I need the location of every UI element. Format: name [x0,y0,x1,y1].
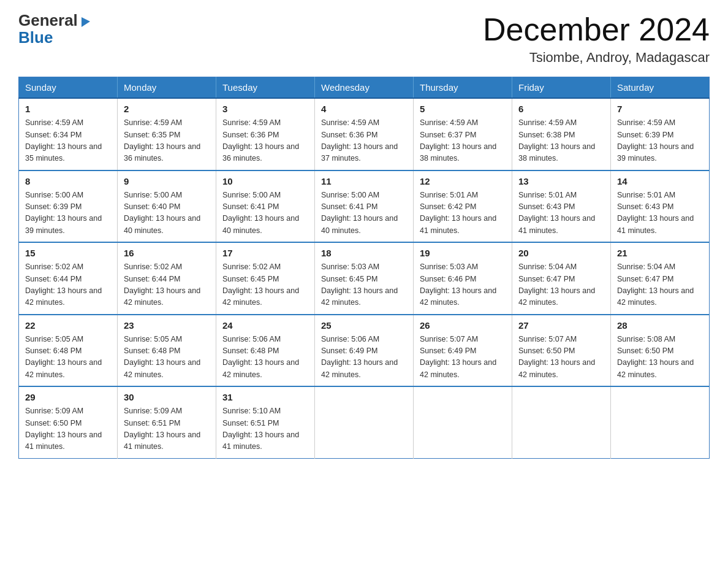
week-row-3: 15Sunrise: 5:02 AMSunset: 6:44 PMDayligh… [19,242,710,315]
header-sunday: Sunday [19,77,118,99]
location-title: Tsiombe, Androy, Madagascar [483,50,710,66]
header: General Blue December 2024 Tsiombe, Andr… [18,12,710,66]
day-number-11: 11 [321,176,407,186]
day-info-3: Sunrise: 4:59 AMSunset: 6:36 PMDaylight:… [222,117,308,165]
header-saturday: Saturday [611,77,710,99]
day-cell-8: 8Sunrise: 5:00 AMSunset: 6:39 PMDaylight… [19,170,118,243]
day-cell-28: 28Sunrise: 5:08 AMSunset: 6:50 PMDayligh… [611,315,710,387]
day-info-12: Sunrise: 5:01 AMSunset: 6:42 PMDaylight:… [420,190,506,237]
logo: General Blue [18,12,93,47]
day-info-26: Sunrise: 5:07 AMSunset: 6:49 PMDaylight:… [420,334,506,381]
day-cell-2: 2Sunrise: 4:59 AMSunset: 6:35 PMDaylight… [118,98,216,170]
day-cell-21: 21Sunrise: 5:04 AMSunset: 6:47 PMDayligh… [611,242,710,315]
day-cell-25: 25Sunrise: 5:06 AMSunset: 6:49 PMDayligh… [315,315,414,387]
logo-blue-text: Blue [18,28,53,47]
day-cell-17: 17Sunrise: 5:02 AMSunset: 6:45 PMDayligh… [216,242,315,315]
day-cell-11: 11Sunrise: 5:00 AMSunset: 6:41 PMDayligh… [315,170,414,243]
day-cell-30: 30Sunrise: 5:09 AMSunset: 6:51 PMDayligh… [118,386,216,458]
day-number-25: 25 [321,320,407,331]
day-cell-13: 13Sunrise: 5:01 AMSunset: 6:43 PMDayligh… [512,170,611,243]
day-cell-6: 6Sunrise: 4:59 AMSunset: 6:38 PMDaylight… [512,98,611,170]
day-number-13: 13 [518,176,604,186]
day-cell-26: 26Sunrise: 5:07 AMSunset: 6:49 PMDayligh… [414,315,512,387]
empty-cell [611,386,710,458]
day-cell-20: 20Sunrise: 5:04 AMSunset: 6:47 PMDayligh… [512,242,611,315]
empty-cell [512,386,611,458]
title-area: December 2024 Tsiombe, Androy, Madagasca… [483,12,710,66]
day-cell-9: 9Sunrise: 5:00 AMSunset: 6:40 PMDaylight… [118,170,216,243]
day-info-13: Sunrise: 5:01 AMSunset: 6:43 PMDaylight:… [518,190,604,237]
day-cell-23: 23Sunrise: 5:05 AMSunset: 6:48 PMDayligh… [118,315,216,387]
day-number-10: 10 [222,176,308,186]
weekday-header-row: Sunday Monday Tuesday Wednesday Thursday… [19,77,710,99]
day-cell-7: 7Sunrise: 4:59 AMSunset: 6:39 PMDaylight… [611,98,710,170]
day-number-18: 18 [321,248,407,258]
day-cell-5: 5Sunrise: 4:59 AMSunset: 6:37 PMDaylight… [414,98,512,170]
day-info-16: Sunrise: 5:02 AMSunset: 6:44 PMDaylight:… [124,261,210,309]
day-number-3: 3 [222,104,308,114]
empty-cell [414,386,512,458]
day-info-24: Sunrise: 5:06 AMSunset: 6:48 PMDaylight:… [222,334,308,381]
day-info-20: Sunrise: 5:04 AMSunset: 6:47 PMDaylight:… [518,261,604,309]
day-cell-10: 10Sunrise: 5:00 AMSunset: 6:41 PMDayligh… [216,170,315,243]
header-tuesday: Tuesday [216,77,315,99]
day-number-8: 8 [25,176,111,186]
day-number-19: 19 [420,248,506,258]
day-number-23: 23 [124,320,210,331]
day-info-18: Sunrise: 5:03 AMSunset: 6:45 PMDaylight:… [321,261,407,309]
day-cell-29: 29Sunrise: 5:09 AMSunset: 6:50 PMDayligh… [19,386,118,458]
day-cell-24: 24Sunrise: 5:06 AMSunset: 6:48 PMDayligh… [216,315,315,387]
day-info-7: Sunrise: 4:59 AMSunset: 6:39 PMDaylight:… [617,117,703,165]
day-number-2: 2 [124,104,210,114]
day-info-10: Sunrise: 5:00 AMSunset: 6:41 PMDaylight:… [222,190,308,237]
day-number-7: 7 [617,104,703,114]
day-number-12: 12 [420,176,506,186]
day-info-9: Sunrise: 5:00 AMSunset: 6:40 PMDaylight:… [124,190,210,237]
day-number-30: 30 [124,392,210,402]
day-number-14: 14 [617,176,703,186]
day-info-15: Sunrise: 5:02 AMSunset: 6:44 PMDaylight:… [25,261,111,309]
day-number-21: 21 [617,248,703,258]
day-info-21: Sunrise: 5:04 AMSunset: 6:47 PMDaylight:… [617,261,703,309]
day-number-28: 28 [617,320,703,331]
day-info-27: Sunrise: 5:07 AMSunset: 6:50 PMDaylight:… [518,334,604,381]
day-number-16: 16 [124,248,210,258]
day-info-29: Sunrise: 5:09 AMSunset: 6:50 PMDaylight:… [25,405,111,453]
day-cell-27: 27Sunrise: 5:07 AMSunset: 6:50 PMDayligh… [512,315,611,387]
month-title: December 2024 [483,12,710,47]
day-info-11: Sunrise: 5:00 AMSunset: 6:41 PMDaylight:… [321,190,407,237]
header-friday: Friday [512,77,611,99]
day-number-22: 22 [25,320,111,331]
day-cell-22: 22Sunrise: 5:05 AMSunset: 6:48 PMDayligh… [19,315,118,387]
day-info-6: Sunrise: 4:59 AMSunset: 6:38 PMDaylight:… [518,117,604,165]
day-info-30: Sunrise: 5:09 AMSunset: 6:51 PMDaylight:… [124,405,210,453]
day-info-1: Sunrise: 4:59 AMSunset: 6:34 PMDaylight:… [25,117,111,165]
day-cell-12: 12Sunrise: 5:01 AMSunset: 6:42 PMDayligh… [414,170,512,243]
day-number-15: 15 [25,248,111,258]
logo-general-text: General [18,12,78,28]
week-row-4: 22Sunrise: 5:05 AMSunset: 6:48 PMDayligh… [19,315,710,387]
week-row-2: 8Sunrise: 5:00 AMSunset: 6:39 PMDaylight… [19,170,710,243]
day-info-17: Sunrise: 5:02 AMSunset: 6:45 PMDaylight:… [222,261,308,309]
day-info-2: Sunrise: 4:59 AMSunset: 6:35 PMDaylight:… [124,117,210,165]
header-thursday: Thursday [414,77,512,99]
calendar-table: Sunday Monday Tuesday Wednesday Thursday… [18,77,710,459]
day-number-1: 1 [25,104,111,114]
day-number-6: 6 [518,104,604,114]
day-cell-16: 16Sunrise: 5:02 AMSunset: 6:44 PMDayligh… [118,242,216,315]
day-info-5: Sunrise: 4:59 AMSunset: 6:37 PMDaylight:… [420,117,506,165]
week-row-5: 29Sunrise: 5:09 AMSunset: 6:50 PMDayligh… [19,386,710,458]
day-number-31: 31 [222,392,308,402]
day-info-22: Sunrise: 5:05 AMSunset: 6:48 PMDaylight:… [25,334,111,381]
day-number-29: 29 [25,392,111,402]
empty-cell [315,386,414,458]
week-row-1: 1Sunrise: 4:59 AMSunset: 6:34 PMDaylight… [19,98,710,170]
day-info-14: Sunrise: 5:01 AMSunset: 6:43 PMDaylight:… [617,190,703,237]
svg-marker-0 [82,17,90,27]
day-number-27: 27 [518,320,604,331]
header-wednesday: Wednesday [315,77,414,99]
day-cell-14: 14Sunrise: 5:01 AMSunset: 6:43 PMDayligh… [611,170,710,243]
day-number-5: 5 [420,104,506,114]
day-cell-1: 1Sunrise: 4:59 AMSunset: 6:34 PMDaylight… [19,98,118,170]
day-info-28: Sunrise: 5:08 AMSunset: 6:50 PMDaylight:… [617,334,703,381]
